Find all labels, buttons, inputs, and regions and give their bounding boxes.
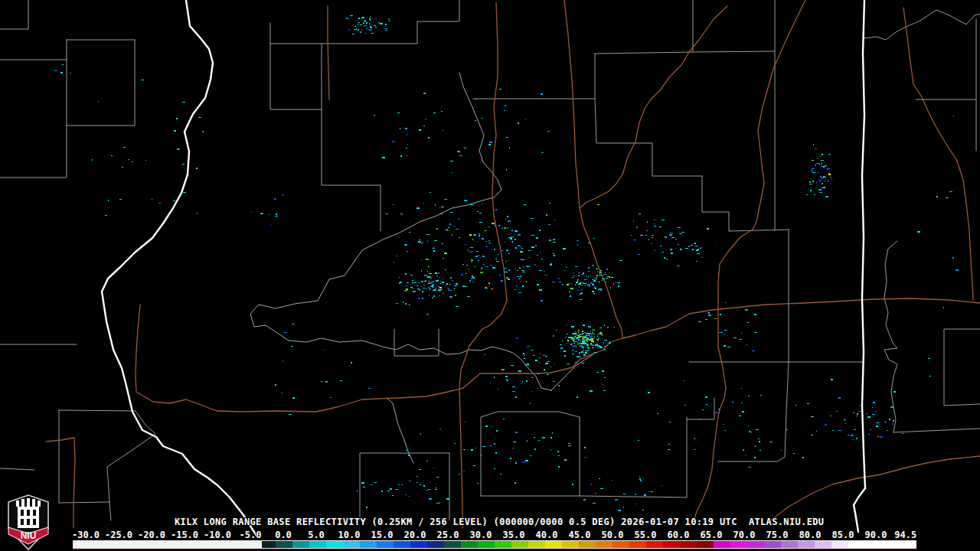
radar-echo (350, 15, 353, 16)
colorbar-segment (410, 541, 427, 548)
radar-echo (446, 498, 449, 500)
radar-echo (537, 373, 539, 374)
radar-echo (550, 263, 552, 264)
rivers-layer (250, 73, 593, 463)
radar-echo (694, 449, 696, 450)
radar-echo (793, 453, 795, 454)
radar-echo (471, 262, 472, 262)
radar-echo (884, 422, 887, 422)
radar-echo (598, 338, 599, 339)
radar-echo (582, 341, 585, 342)
radar-echo (534, 448, 536, 450)
radar-echo (410, 287, 413, 288)
radar-echo (599, 272, 602, 273)
radar-echo (645, 235, 647, 236)
radar-echo (816, 431, 817, 432)
radar-echo (936, 196, 938, 197)
radar-echo (769, 442, 773, 442)
radar-viewer: NIU KILX LONG RANGE BASE REFLECTIVITY (0… (0, 0, 980, 551)
radar-echo (749, 431, 750, 432)
radar-echo (809, 184, 812, 184)
radar-echo (582, 285, 583, 285)
radar-echo (111, 155, 113, 156)
radar-echo (825, 424, 827, 425)
radar-echo (596, 372, 597, 373)
radar-echo (528, 346, 530, 347)
radar-echo (852, 439, 854, 440)
county-line (687, 398, 714, 419)
county-line (944, 329, 980, 406)
radar-echo (858, 411, 861, 412)
colorbar-segment (781, 541, 798, 548)
radar-echo (819, 192, 822, 193)
radar-echo (562, 341, 563, 341)
radar-echo (822, 183, 823, 184)
radar-echo (585, 352, 587, 354)
radar-echo (580, 337, 581, 337)
radar-echo (447, 288, 450, 289)
radar-echo (475, 256, 478, 257)
radar-echo (678, 227, 681, 228)
radar-echo (580, 282, 581, 282)
colorbar-segment (646, 541, 663, 548)
radar-echo (539, 230, 541, 231)
radar-echo (725, 302, 726, 303)
radar-echo (479, 233, 480, 234)
radar-echo (202, 131, 204, 132)
radar-echo (399, 277, 400, 278)
radar-echo (521, 259, 521, 260)
radar-echo (496, 430, 498, 432)
radar-echo (438, 286, 439, 287)
radar-echo (868, 434, 870, 435)
radar-echo (653, 220, 656, 220)
radar-echo (269, 214, 270, 215)
radar-echo (589, 340, 591, 341)
radar-echo (449, 290, 452, 291)
radar-echo (462, 285, 465, 287)
radar-echo (403, 302, 403, 303)
radar-echo (587, 341, 589, 342)
radar-echo (758, 439, 760, 439)
radar-echo (611, 277, 613, 278)
radar-echo (567, 340, 569, 341)
radar-echo (488, 243, 491, 243)
radar-echo (419, 240, 420, 240)
radar-echo (439, 292, 440, 292)
river-line (250, 73, 593, 390)
radar-echo (577, 244, 578, 246)
radar-echo (827, 168, 828, 170)
radar-echo (274, 198, 276, 200)
radar-echo (365, 25, 367, 26)
radar-echo (586, 279, 586, 280)
radar-echo (650, 491, 653, 492)
radar-echo (553, 253, 554, 254)
radar-echo (407, 155, 407, 156)
radar-echo (400, 128, 400, 129)
radar-echo (607, 276, 610, 277)
colorbar-segment (360, 541, 377, 548)
radar-echo (479, 255, 479, 256)
county-line (884, 241, 897, 432)
radar-echo (646, 230, 648, 231)
radar-echo (806, 194, 808, 195)
colorbar-tick-label: 30.0 (470, 530, 492, 540)
colorbar-tick-label: 55.0 (635, 530, 657, 540)
radar-echo (504, 227, 506, 229)
radar-echo (659, 227, 662, 227)
radar-echo (820, 176, 822, 177)
radar-echo (701, 257, 703, 258)
radar-echo (363, 22, 364, 24)
radar-echo (511, 365, 514, 366)
radar-echo (603, 274, 606, 275)
radar-echo (528, 257, 531, 258)
radar-echo (414, 282, 416, 283)
radar-echo (524, 355, 525, 356)
radar-echo (518, 234, 521, 236)
radar-echo (431, 285, 434, 285)
radar-echo (602, 334, 603, 336)
county-line (59, 410, 111, 520)
radar-echo (509, 147, 510, 148)
radar-echo (472, 276, 473, 277)
radar-echo (749, 432, 752, 432)
radar-echo (429, 273, 432, 274)
